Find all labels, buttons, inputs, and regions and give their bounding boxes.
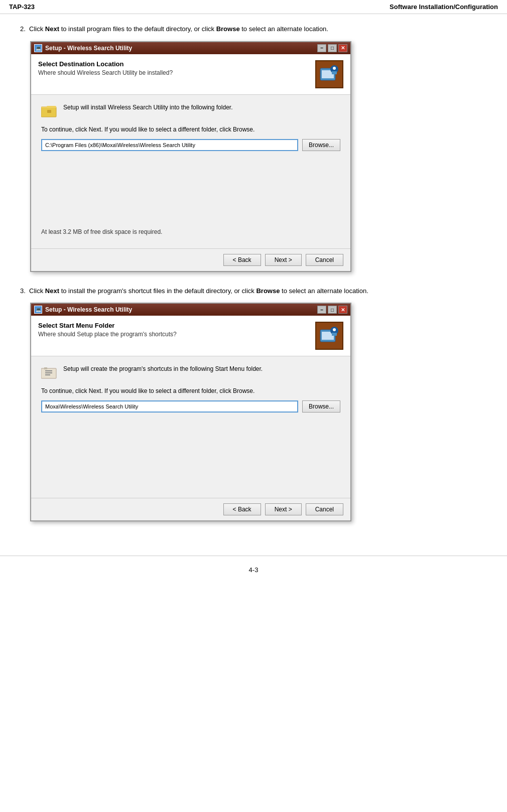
step2-browse-button[interactable]: Browse... [302,139,340,151]
step3-browse-bold: Browse [256,287,280,295]
step-3-text: 3. Click Next to install the program's s… [20,286,487,296]
step3-browse-button[interactable]: Browse... [302,400,340,413]
step3-prefix: Click [29,287,45,295]
step2-folder-row: Setup will install Wireless Search Utili… [41,103,340,118]
step3-cancel-button[interactable]: Cancel [306,503,343,515]
step2-folder-text: Setup will install Wireless Search Utili… [63,103,232,112]
step2-header-subtitle: Where should Wireless Search Utility be … [38,69,173,76]
svg-rect-11 [44,367,47,369]
step3-next-bold: Next [45,287,59,295]
step2-titlebar: 💻 Setup - Wireless Search Utility – □ ✕ [31,42,350,54]
step2-header-section: Select Destination Location Where should… [31,54,350,95]
step3-instruction: To continue, click Next. If you would li… [41,386,340,395]
step2-back-button[interactable]: < Back [223,254,261,266]
step3-header-title: Select Start Menu Folder [38,322,177,329]
step2-browse-bold: Browse [216,25,240,33]
step2-instruction: To continue, click Next. If you would li… [41,125,340,134]
step2-path-row: Browse... [41,139,340,151]
step-3-block: 3. Click Next to install the program's s… [20,286,487,522]
step2-header-title: Select Destination Location [38,60,173,68]
step2-footer: < Back Next > Cancel [31,248,350,271]
step3-next-button[interactable]: Next > [265,503,302,515]
step2-prefix: Click [29,25,45,33]
step2-title-controls: – □ ✕ [317,44,347,52]
header-right: Software Installation/Configuration [390,3,498,11]
step2-path-input[interactable] [41,139,298,151]
svg-rect-13 [45,372,52,373]
step2-close-btn[interactable]: ✕ [338,44,347,52]
step3-title-left: 💻 Setup - Wireless Search Utility [34,306,132,314]
step3-path-row: Browse... [41,400,340,413]
step3-title-text: Setup - Wireless Search Utility [45,306,132,313]
page-content: 2. Click Next to install program files t… [0,19,507,546]
step2-folder-icon [41,104,57,118]
step2-setup-icon [315,60,343,88]
step2-maximize-btn[interactable]: □ [328,44,337,52]
step2-body-desc: Setup will install Wireless Search Utili… [63,104,232,111]
step3-setup-icon [315,322,343,350]
step2-spacer [41,158,340,228]
page-footer: 4-3 [0,556,507,584]
step2-suffix: to select an alternate location. [240,25,328,33]
step3-minimize-btn[interactable]: – [317,306,326,314]
step2-next-button[interactable]: Next > [265,254,302,266]
step3-maximize-btn[interactable]: □ [328,306,337,314]
step2-header-text: Select Destination Location Where should… [38,60,173,76]
page-number: 4-3 [249,566,259,574]
step2-disk-space: At least 3.2 MB of free disk space is re… [41,228,340,235]
step3-header-text: Select Start Menu Folder Where should Se… [38,322,177,338]
step2-dialog: 💻 Setup - Wireless Search Utility – □ ✕ … [30,41,351,272]
svg-point-9 [333,328,336,331]
step2-title-icon: 💻 [34,44,42,52]
svg-rect-14 [45,374,50,375]
step3-header-section: Select Start Menu Folder Where should Se… [31,316,350,356]
step3-spacer [41,420,340,490]
step2-title-left: 💻 Setup - Wireless Search Utility [34,44,132,52]
step2-middle: to install program files to the default … [59,25,216,33]
step3-back-button[interactable]: < Back [223,503,261,515]
step3-folder-text: Setup will create the program's shortcut… [63,364,263,373]
step3-path-input[interactable] [41,400,298,413]
svg-point-3 [333,67,336,70]
step2-cancel-button[interactable]: Cancel [306,254,343,266]
step3-body-desc: Setup will create the program's shortcut… [63,365,263,372]
step2-title-text: Setup - Wireless Search Utility [45,45,132,52]
step3-close-btn[interactable]: ✕ [338,306,347,314]
svg-rect-5 [47,110,51,113]
step2-minimize-btn[interactable]: – [317,44,326,52]
step3-header-subtitle: Where should Setup place the program's s… [38,331,177,338]
step3-folder-row: Setup will create the program's shortcut… [41,364,340,379]
header-left: TAP-323 [9,3,35,11]
page-header: TAP-323 Software Installation/Configurat… [0,0,507,14]
step3-body: Setup will create the program's shortcut… [31,356,350,498]
step2-body: Setup will install Wireless Search Utili… [31,95,350,248]
step3-titlebar: 💻 Setup - Wireless Search Utility – □ ✕ [31,304,350,316]
step3-title-icon: 💻 [34,306,42,314]
step-2-block: 2. Click Next to install program files t… [20,24,487,272]
svg-rect-12 [45,370,52,371]
step3-title-controls: – □ ✕ [317,306,347,314]
step-2-text: 2. Click Next to install program files t… [20,24,487,34]
step3-suffix: to select an alternate location. [280,287,368,295]
step3-folder-icon [41,365,57,379]
step3-footer: < Back Next > Cancel [31,498,350,520]
step3-dialog: 💻 Setup - Wireless Search Utility – □ ✕ … [30,303,351,521]
step2-next-bold: Next [45,25,59,33]
step3-middle: to install the program's shortcut files … [59,287,256,295]
